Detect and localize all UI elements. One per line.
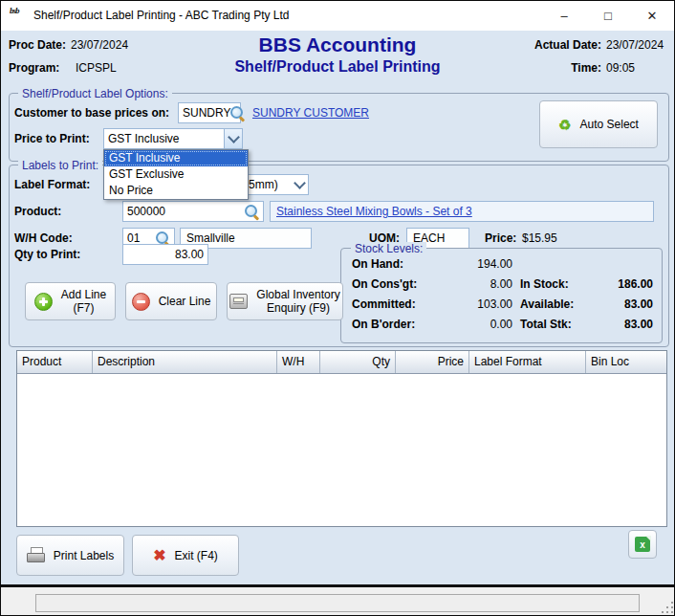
export-excel-button[interactable]: x	[628, 530, 657, 559]
add-line-label-1: Add Line	[61, 288, 106, 301]
remove-icon	[132, 293, 150, 311]
chevron-down-icon	[228, 131, 240, 143]
stock-row-label2: Total Stk:	[520, 318, 572, 331]
add-line-button[interactable]: Add Line (F7)	[25, 282, 116, 320]
maximize-icon: □	[604, 9, 612, 23]
customer-lookup-icon[interactable]	[230, 106, 245, 121]
stock-row-label: On Cons'gt:	[352, 277, 417, 291]
label-format-dropdown-button[interactable]	[291, 175, 308, 194]
actual-date-value: 23/07/2024	[606, 38, 664, 52]
global-inventory-label-1: Global Inventory	[256, 288, 339, 301]
grid-header-price[interactable]: Price	[396, 351, 469, 373]
stock-row-value: 0.00	[412, 318, 512, 331]
auto-select-button[interactable]: ♻ Auto Select	[539, 100, 658, 148]
dropdown-option-gst-exclusive[interactable]: GST Exclusive	[104, 166, 248, 183]
stock-row-value: 8.00	[412, 277, 512, 291]
stock-levels-group-label: Stock Levels:	[351, 242, 426, 255]
printer-icon	[27, 547, 45, 563]
wh-code-label: W/H Code:	[14, 231, 73, 245]
window-controls: – □ ✕	[542, 1, 674, 31]
minimize-button[interactable]: –	[542, 1, 586, 31]
stock-row-label: On Hand:	[352, 257, 403, 271]
status-bar	[1, 587, 675, 616]
product-name-link[interactable]: Stainless Steel Mixing Bowls - Set of 3	[276, 205, 472, 218]
price-to-print-value: GST Inclusive	[108, 132, 179, 145]
qty-to-print-label: Qty to Print:	[14, 248, 80, 261]
close-icon: ✕	[647, 9, 658, 23]
clear-line-button[interactable]: Clear Line	[125, 282, 217, 320]
grid-header-wh[interactable]: W/H	[277, 351, 320, 373]
print-labels-button[interactable]: Print Labels	[16, 535, 124, 576]
product-name-field: Stainless Steel Mixing Bowls - Set of 3	[270, 201, 654, 222]
grid-header-label-format[interactable]: Label Format	[469, 351, 586, 373]
stock-row-value2: 186.00	[570, 277, 653, 291]
auto-select-label: Auto Select	[580, 118, 639, 131]
global-inventory-button[interactable]: Global Inventory Enquiry (F9)	[227, 282, 343, 320]
chevron-down-icon	[294, 177, 306, 189]
grid-header-row: Product Description W/H Qty Price Label …	[17, 351, 666, 374]
wh-name-value: Smallville	[186, 231, 235, 245]
grid-body-empty	[17, 374, 666, 526]
label-format-label: Label Format:	[14, 178, 90, 191]
customer-code-value: SUNDRY	[183, 106, 230, 120]
qty-to-print-input[interactable]: 83.00	[122, 244, 208, 265]
grid-header-bin-loc[interactable]: Bin Loc	[586, 351, 666, 373]
time-value: 09:05	[606, 61, 635, 75]
status-message-panel	[35, 594, 640, 612]
price-value: $15.95	[522, 231, 557, 245]
price-label: Price:	[485, 231, 516, 245]
product-code-value: 500000	[127, 205, 245, 218]
grid-header-product[interactable]: Product	[17, 351, 93, 373]
exit-label: Exit (F4)	[175, 549, 218, 562]
labels-grid: Product Description W/H Qty Price Label …	[16, 350, 667, 527]
app-window: bsb Shelf/Product Label Printing - ABC T…	[0, 0, 675, 616]
stock-row-label2: Available:	[520, 297, 574, 311]
grid-header-qty[interactable]: Qty	[320, 351, 396, 373]
stock-row-value: 194.00	[412, 257, 512, 271]
combo-dropdown-button[interactable]	[224, 129, 242, 148]
time-label: Time:	[517, 61, 601, 75]
price-to-print-label: Price to Print:	[14, 132, 90, 145]
wh-code-value: 01	[127, 231, 156, 245]
window-title: Shelf/Product Label Printing - ABC Tradi…	[33, 9, 289, 22]
dropdown-option-no-price[interactable]: No Price	[104, 183, 248, 199]
exit-x-icon: ✖	[153, 548, 165, 563]
add-icon	[34, 293, 53, 311]
product-lookup-icon[interactable]	[245, 205, 259, 219]
price-to-print-dropdown-list: GST Inclusive GST Exclusive No Price	[103, 149, 249, 200]
titlebar: bsb Shelf/Product Label Printing - ABC T…	[1, 1, 674, 31]
product-label: Product:	[14, 205, 61, 218]
clear-line-label: Clear Line	[159, 295, 211, 308]
stock-row-value2: 83.00	[570, 318, 653, 331]
stock-row-label: Committed:	[352, 297, 416, 311]
stock-row-label: On B'order:	[352, 318, 415, 331]
actual-date-label: Actual Date:	[517, 38, 601, 52]
exit-button[interactable]: ✖ Exit (F4)	[132, 535, 239, 576]
add-line-label-2: (F7)	[74, 301, 95, 315]
stock-row-value: 103.00	[412, 297, 512, 311]
labels-group-label: Labels to Print:	[18, 159, 102, 172]
stock-row-label2: In Stock:	[520, 277, 569, 291]
price-to-print-combo[interactable]: GST Inclusive	[103, 128, 243, 149]
recycle-icon: ♻	[558, 118, 571, 132]
label-format-value: 5mm)	[249, 178, 278, 191]
close-button[interactable]: ✕	[630, 1, 674, 31]
excel-icon: x	[635, 537, 650, 552]
cabinet-icon	[229, 294, 248, 309]
maximize-button[interactable]: □	[586, 1, 630, 31]
resize-grip[interactable]	[661, 601, 673, 613]
stock-row-value2: 83.00	[570, 297, 653, 311]
global-inventory-label-2: Enquiry (F9)	[267, 301, 330, 315]
qty-to-print-value: 83.00	[127, 248, 204, 261]
customer-name-link[interactable]: SUNDRY CUSTOMER	[252, 106, 369, 120]
app-logo-icon: bsb	[10, 7, 27, 24]
product-code-input[interactable]: 500000	[122, 201, 264, 222]
minimize-icon: –	[560, 9, 567, 23]
print-labels-label: Print Labels	[54, 549, 114, 562]
customer-code-input[interactable]: SUNDRY	[178, 102, 241, 123]
customer-label: Customer to base prices on:	[14, 106, 169, 120]
grid-header-description[interactable]: Description	[93, 351, 277, 373]
dropdown-option-gst-inclusive[interactable]: GST Inclusive	[104, 150, 248, 166]
options-group-label: Shelf/Product Label Options:	[18, 87, 172, 100]
